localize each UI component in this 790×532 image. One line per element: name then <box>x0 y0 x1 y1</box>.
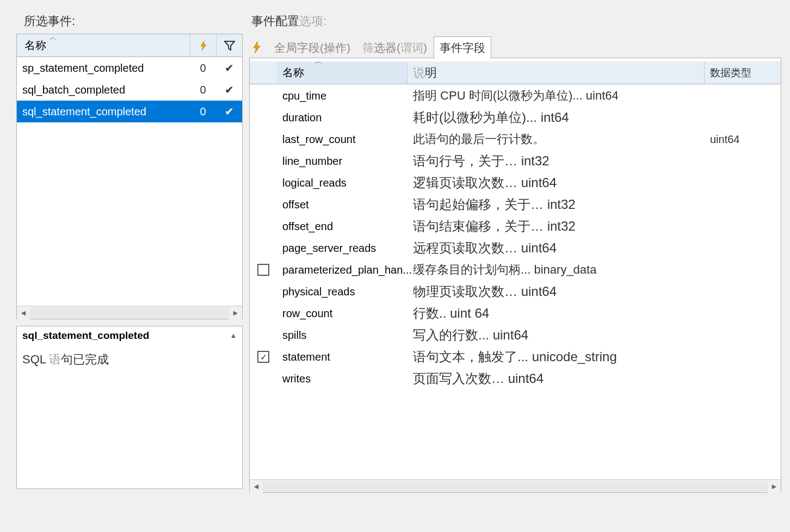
fields-header-type[interactable]: 数据类型 <box>705 61 781 84</box>
events-header-name[interactable]: ︿ 名称 <box>17 38 190 53</box>
scroll-up-icon[interactable]: ▲ <box>227 329 240 342</box>
field-row[interactable]: offset语句起始偏移，关于… int32 <box>250 193 781 215</box>
description-title: sql_statement_completed <box>22 330 237 342</box>
field-row[interactable]: last_row_count此语句的最后一行计数。uint64 <box>250 128 781 150</box>
field-type-inline: int32 <box>547 219 576 233</box>
field-row[interactable]: writes页面写入次数… uint64 <box>250 367 781 389</box>
field-type-inline: unicode_string <box>532 349 617 364</box>
field-desc: 远程页读取次数… uint64 <box>408 239 705 257</box>
field-desc-text: 写入的行数... <box>413 327 489 342</box>
events-hscroll[interactable]: ◄ ► <box>17 306 242 319</box>
field-name: parameterized_plan_han... <box>277 264 408 276</box>
field-row[interactable]: physical_reads物理页读取次数… uint64 <box>250 280 781 302</box>
field-row[interactable]: row_count行数.. uint 64 <box>250 302 781 324</box>
checkbox[interactable] <box>257 264 269 276</box>
field-desc-text: 语句起始偏移，关于… <box>413 197 544 212</box>
event-name: sql_batch_completed <box>17 84 190 96</box>
tab-text: 选器( <box>374 41 400 54</box>
header-label: 明 <box>425 65 437 81</box>
events-list: ︿ 名称 sp_statement_completed 0 <box>16 34 243 319</box>
field-desc: 写入的行数... uint64 <box>408 326 705 344</box>
field-row[interactable]: ✓statement语句文本，触发了... unicode_string <box>250 345 781 367</box>
field-name: logical_reads <box>277 177 408 189</box>
field-name: line_number <box>277 155 408 168</box>
fields-table: ︿ 名称 说明 数据类型 cpu_time指明 CPU 时间(以微秒为单位)..… <box>249 58 781 493</box>
field-name: offset <box>277 199 408 211</box>
field-checkbox-cell[interactable]: ✓ <box>250 351 277 363</box>
field-type-inline: uint 64 <box>450 306 489 320</box>
event-count: 0 <box>190 62 216 75</box>
config-tabs: 全局字段(操作) 筛选器(谓词) 事件字段 <box>251 35 781 58</box>
desc-text: 语 <box>49 352 61 366</box>
field-desc: 行数.. uint 64 <box>408 305 705 322</box>
checkbox[interactable]: ✓ <box>257 351 269 363</box>
field-row[interactable]: logical_reads逻辑页读取次数… uint64 <box>250 171 781 193</box>
field-name: cpu_time <box>277 90 408 102</box>
field-type-inline: int32 <box>521 153 550 168</box>
events-header-filter-col[interactable] <box>216 34 242 57</box>
events-header: ︿ 名称 <box>17 34 242 57</box>
svg-marker-0 <box>201 41 206 51</box>
event-row[interactable]: sql_batch_completed 0 ✔ <box>17 79 242 101</box>
selected-events-title: 所选事件: <box>24 13 243 29</box>
field-row[interactable]: line_number语句行号，关于… int32 <box>250 150 781 171</box>
field-desc: 语句文本，触发了... unicode_string <box>408 348 705 366</box>
header-label: 说 <box>413 65 425 81</box>
field-desc: 语句结束偏移，关于… int32 <box>408 218 705 235</box>
events-header-bolt-col[interactable] <box>190 34 216 57</box>
title-text: 事件配置 <box>251 14 299 28</box>
field-desc-text: 行数.. <box>413 306 446 320</box>
title-text: 选项: <box>299 14 326 28</box>
events-header-name-label: 名称 <box>24 39 46 51</box>
scroll-track[interactable] <box>30 307 229 318</box>
field-type-inline: uint64 <box>586 89 619 102</box>
field-desc: 缓存条目的计划句柄... binary_data <box>408 262 705 278</box>
tab-text: 谓词 <box>400 41 423 54</box>
field-row[interactable]: spills写入的行数... uint64 <box>250 324 781 345</box>
event-count: 0 <box>190 84 216 96</box>
field-type-inline: uint64 <box>521 284 557 299</box>
field-desc: 物理页读取次数… uint64 <box>408 283 705 300</box>
event-name: sp_statement_completed <box>17 62 190 75</box>
event-row[interactable]: sql_statement_completed 0 ✔ <box>17 101 242 122</box>
event-count: 0 <box>190 106 216 118</box>
field-desc: 语句行号，关于… int32 <box>408 152 705 170</box>
sort-indicator-icon: ︿ <box>50 33 57 42</box>
fields-header-desc[interactable]: 说明 <box>408 61 705 84</box>
tab-filter[interactable]: 筛选器(谓词) <box>357 37 433 59</box>
field-checkbox-cell[interactable] <box>250 264 277 276</box>
field-row[interactable]: parameterized_plan_han...缓存条目的计划句柄... bi… <box>250 258 781 280</box>
field-desc: 此语句的最后一行计数。 <box>408 131 705 147</box>
scroll-right-icon[interactable]: ► <box>768 480 781 493</box>
tab-global-fields[interactable]: 全局字段(操作) <box>269 37 356 59</box>
desc-text: 句已完成 <box>61 352 109 366</box>
field-name: physical_reads <box>277 286 408 298</box>
fields-header: ︿ 名称 说明 数据类型 <box>250 61 781 84</box>
tab-event-fields[interactable]: 事件字段 <box>434 36 491 59</box>
header-label: 名称 <box>282 65 304 80</box>
events-body: sp_statement_completed 0 ✔ sql_batch_com… <box>17 57 242 306</box>
field-desc-text: 页面写入次数… <box>413 371 504 386</box>
field-row[interactable]: page_server_reads远程页读取次数… uint64 <box>250 237 781 258</box>
event-description-panel: ▲ sql_statement_completed SQL 语句已完成 <box>16 326 243 489</box>
field-type-inline: uint64 <box>521 240 557 255</box>
field-desc: 逻辑页读取次数… uint64 <box>408 174 705 191</box>
field-desc: 语句起始偏移，关于… int32 <box>408 196 705 213</box>
field-desc-text: 耗时(以微秒为单位)... <box>413 110 537 125</box>
field-row[interactable]: offset_end语句结束偏移，关于… int32 <box>250 215 781 237</box>
scroll-left-icon[interactable]: ◄ <box>250 480 263 493</box>
field-name: row_count <box>277 307 408 320</box>
field-desc: 页面写入次数… uint64 <box>408 370 705 387</box>
field-name: spills <box>277 329 408 342</box>
field-row[interactable]: cpu_time指明 CPU 时间(以微秒为单位)... uint64 <box>250 84 781 106</box>
scroll-track[interactable] <box>263 481 768 492</box>
field-row[interactable]: duration耗时(以微秒为单位)... int64 <box>250 106 781 128</box>
field-desc-text: 逻辑页读取次数… <box>413 175 517 190</box>
fields-header-name[interactable]: ︿ 名称 <box>277 61 408 84</box>
fields-hscroll[interactable]: ◄ ► <box>250 479 781 492</box>
check-icon: ✔ <box>216 61 242 75</box>
scroll-left-icon[interactable]: ◄ <box>17 306 30 319</box>
scroll-right-icon[interactable]: ► <box>229 306 242 319</box>
event-row[interactable]: sp_statement_completed 0 ✔ <box>17 57 242 79</box>
event-config-title: 事件配置选项: <box>251 13 781 29</box>
